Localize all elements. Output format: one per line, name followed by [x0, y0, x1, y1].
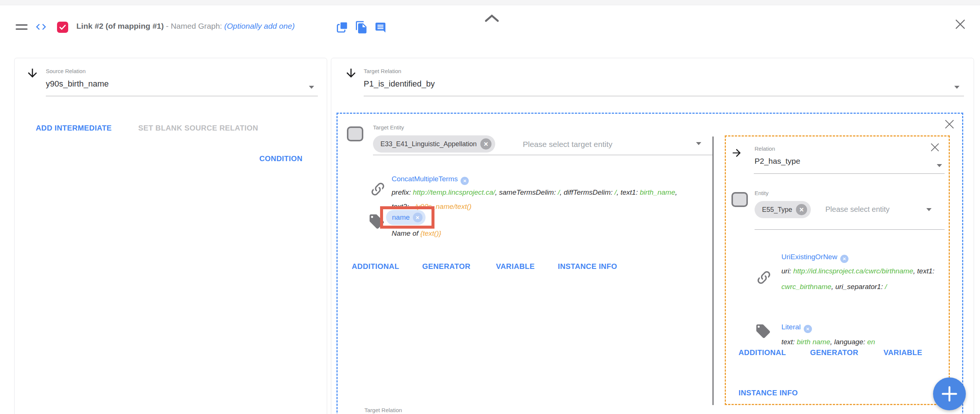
uri-generator-params: uri: http://id.lincsproject.ca/cwrc/birt… [781, 263, 939, 295]
relation-entity-box: Relation P2_has_type Entity E55_Type × P… [725, 135, 950, 405]
variable-button[interactable]: VARIABLE [883, 348, 922, 357]
instance-info-button[interactable]: INSTANCE INFO [738, 388, 798, 397]
target-entity-underline [373, 155, 713, 155]
source-relation-card: Source Relation y90s_birth_name ADD INTE… [14, 58, 327, 414]
relation-underline [754, 173, 945, 174]
additional-button[interactable]: ADDITIONAL [738, 348, 786, 357]
named-graph-link[interactable]: (Optionally add one) [224, 22, 295, 30]
source-relation-label: Source Relation [46, 68, 86, 74]
arrow-down-icon [344, 66, 358, 80]
chevron-down-icon[interactable] [696, 142, 701, 145]
target-entity-label: Target Entity [373, 124, 404, 131]
code-icon[interactable] [33, 21, 48, 33]
target-relation-underline [364, 96, 964, 96]
arrow-right-icon [731, 147, 743, 159]
chevron-down-icon[interactable] [309, 86, 314, 89]
uri-generator-name-link[interactable]: UriExistingOrNew× [781, 253, 848, 263]
link-icon [370, 181, 386, 197]
tag-icon [755, 323, 771, 339]
target-relation-label: Target Relation [364, 68, 401, 74]
target-entity-placeholder: Please select target entity [523, 140, 612, 149]
generator-button[interactable]: GENERATOR [422, 262, 471, 271]
chevron-down-icon[interactable] [954, 86, 959, 89]
relation-label: Relation [754, 145, 775, 152]
add-fab-button[interactable] [933, 377, 966, 410]
copy-icon[interactable] [336, 21, 349, 34]
link-title-bold: Link #2 (of mapping #1) [76, 22, 164, 30]
generator-button[interactable]: GENERATOR [810, 348, 859, 357]
entity-placeholder: Please select entity [826, 205, 889, 214]
drag-handle-icon[interactable] [16, 22, 27, 32]
entity-underline [754, 229, 945, 230]
chip-label: E33_E41_Linguistic_Appellation [380, 140, 477, 148]
plus-icon [941, 386, 958, 402]
condition-button[interactable]: CONDITION [259, 154, 302, 163]
close-icon[interactable] [955, 19, 966, 30]
link-title-rest: - Named Graph: [164, 22, 224, 30]
chip-label: E55_Type [762, 206, 792, 214]
close-icon[interactable] [944, 119, 955, 129]
target-entity-chip[interactable]: E33_E41_Linguistic_Appellation × [373, 135, 495, 153]
link-checkbox[interactable] [57, 22, 68, 33]
comment-icon[interactable] [374, 22, 387, 34]
literal-params: text: birth name, language: en [781, 335, 939, 349]
generator-params: prefix: http://temp.lincsproject.ca/, sa… [391, 185, 682, 214]
remove-chip-icon[interactable]: × [796, 204, 807, 215]
chevron-down-icon[interactable] [926, 208, 932, 211]
variable-button[interactable]: VARIABLE [496, 262, 535, 271]
entity-checkbox[interactable] [732, 192, 748, 207]
collapse-chevron-up-icon[interactable] [484, 14, 499, 22]
literal-name-link[interactable]: Literal× [781, 323, 812, 333]
link-title: Link #2 (of mapping #1) - Named Graph: (… [76, 22, 295, 30]
generator-name: UriExistingOrNew [781, 253, 837, 261]
file-copy-icon[interactable] [355, 20, 368, 34]
panel-divider [713, 136, 714, 405]
set-blank-source-relation-button[interactable]: SET BLANK SOURCE RELATION [138, 124, 258, 133]
source-relation-underline [46, 96, 318, 96]
additional-button[interactable]: ADDITIONAL [352, 262, 399, 271]
close-icon[interactable] [930, 142, 940, 152]
remove-chip-icon[interactable]: × [480, 138, 492, 150]
generator-name: ConcatMultipleTerms [391, 175, 458, 183]
add-intermediate-button[interactable]: ADD INTERMEDIATE [36, 124, 112, 133]
entity-label: Entity [754, 190, 769, 196]
top-strip [0, 0, 980, 5]
annotation-highlight-box [380, 206, 434, 229]
remove-generator-icon[interactable]: × [804, 325, 812, 333]
target-relation-select[interactable]: P1_is_identified_by [364, 79, 435, 89]
generator-name-link[interactable]: ConcatMultipleTerms× [391, 175, 469, 185]
check-icon [59, 23, 67, 31]
arrow-down-icon [26, 66, 39, 80]
entity-chip[interactable]: E55_Type × [754, 201, 811, 218]
next-target-relation-label: Target Relation [364, 407, 402, 413]
source-relation-select[interactable]: y90s_birth_name [46, 79, 109, 89]
instance-info-button[interactable]: INSTANCE INFO [558, 262, 617, 271]
remove-generator-icon[interactable]: × [840, 255, 848, 263]
generator-name: Literal [781, 323, 801, 331]
relation-select[interactable]: P2_has_type [754, 157, 800, 166]
target-entity-checkbox[interactable] [347, 126, 363, 141]
remove-generator-icon[interactable]: × [461, 177, 469, 185]
link-icon [756, 269, 772, 286]
chevron-down-icon[interactable] [937, 164, 942, 167]
